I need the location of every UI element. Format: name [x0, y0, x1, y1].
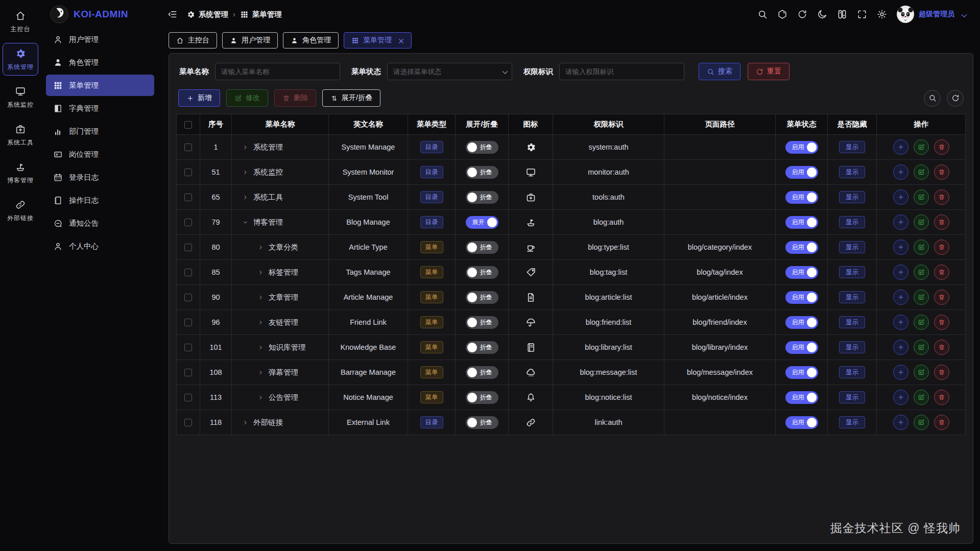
tab-roles[interactable]: 角色管理: [283, 32, 339, 49]
add-child-button[interactable]: [893, 164, 909, 180]
add-child-button[interactable]: [893, 315, 909, 330]
tree-toggle[interactable]: [257, 269, 264, 276]
status-toggle[interactable]: 启用: [785, 416, 818, 429]
row-checkbox[interactable]: [184, 219, 192, 226]
sidebar-item-op-log[interactable]: 操作日志: [46, 189, 154, 211]
tree-toggle[interactable]: [257, 344, 264, 351]
fold-toggle[interactable]: 折叠: [466, 391, 498, 404]
permission-input[interactable]: [559, 63, 684, 80]
tree-toggle[interactable]: [242, 219, 249, 226]
fold-toggle[interactable]: 折叠: [466, 166, 498, 179]
status-toggle[interactable]: 启用: [785, 241, 818, 254]
rail-item-blog[interactable]: 博客管理: [3, 156, 38, 189]
add-child-button[interactable]: [893, 239, 909, 255]
hexagon-edit-button[interactable]: [777, 9, 787, 19]
status-toggle[interactable]: 启用: [785, 316, 818, 329]
status-toggle[interactable]: 启用: [785, 141, 818, 154]
add-child-button[interactable]: [893, 365, 909, 380]
fold-toggle[interactable]: 折叠: [466, 291, 498, 304]
delete-row-button[interactable]: [934, 415, 949, 430]
tree-toggle[interactable]: [242, 144, 249, 151]
status-toggle[interactable]: 启用: [785, 291, 818, 304]
status-toggle[interactable]: 启用: [785, 341, 818, 354]
add-child-button[interactable]: [893, 390, 909, 405]
delete-row-button[interactable]: [934, 189, 949, 205]
status-toggle[interactable]: 启用: [785, 391, 818, 404]
sidebar-item-dict[interactable]: 字典管理: [46, 98, 154, 119]
sidebar-item-users[interactable]: 用户管理: [46, 29, 154, 50]
breadcrumb-item[interactable]: 菜单管理: [240, 10, 282, 19]
sidebar-item-dept[interactable]: 部门管理: [46, 121, 154, 142]
settings-button[interactable]: [877, 9, 887, 19]
tab-dashboard[interactable]: 主控台: [169, 32, 217, 49]
row-checkbox[interactable]: [184, 369, 192, 376]
sidebar-item-roles[interactable]: 角色管理: [46, 52, 154, 73]
edit-row-button[interactable]: [914, 189, 929, 205]
edit-row-button[interactable]: [914, 340, 929, 355]
rail-item-system[interactable]: 系统管理: [3, 43, 38, 76]
edit-row-button[interactable]: [914, 365, 929, 380]
delete-row-button[interactable]: [934, 265, 949, 280]
row-checkbox[interactable]: [184, 419, 192, 426]
tree-toggle[interactable]: [242, 419, 249, 426]
add-child-button[interactable]: [893, 340, 909, 355]
tree-toggle[interactable]: [257, 394, 264, 401]
tab-menus[interactable]: 菜单管理: [344, 32, 412, 49]
fold-toggle[interactable]: 折叠: [466, 141, 498, 154]
tab-close-icon[interactable]: [397, 37, 404, 44]
delete-row-button[interactable]: [934, 239, 949, 255]
expand-collapse-button[interactable]: 展开/折叠: [322, 89, 380, 107]
table-refresh-button[interactable]: [947, 90, 964, 107]
breadcrumb-item[interactable]: 系统管理: [186, 10, 228, 19]
status-toggle[interactable]: 启用: [785, 191, 818, 204]
add-child-button[interactable]: [893, 214, 909, 230]
delete-row-button[interactable]: [934, 164, 949, 180]
fold-toggle[interactable]: 折叠: [466, 241, 498, 254]
rail-item-monitor[interactable]: 系统监控: [3, 81, 38, 113]
reset-button[interactable]: 重置: [748, 63, 790, 80]
status-toggle[interactable]: 启用: [785, 166, 818, 179]
tree-toggle[interactable]: [257, 369, 264, 376]
search-button[interactable]: [757, 9, 768, 19]
tree-toggle[interactable]: [257, 244, 264, 251]
row-checkbox[interactable]: [184, 294, 192, 301]
edit-row-button[interactable]: [914, 415, 929, 430]
row-checkbox[interactable]: [184, 394, 192, 401]
status-toggle[interactable]: 启用: [785, 216, 818, 229]
edit-row-button[interactable]: [914, 139, 929, 155]
edit-row-button[interactable]: [914, 265, 929, 280]
fold-toggle[interactable]: 展开: [466, 216, 498, 229]
delete-row-button[interactable]: [934, 290, 949, 305]
menu-fold-icon[interactable]: [168, 9, 178, 20]
theme-switch-button[interactable]: [837, 9, 847, 19]
fold-toggle[interactable]: 折叠: [466, 316, 498, 329]
delete-row-button[interactable]: [934, 214, 949, 230]
row-checkbox[interactable]: [184, 319, 192, 326]
row-checkbox[interactable]: [184, 194, 192, 201]
user-menu[interactable]: 超级管理员: [897, 6, 967, 23]
row-checkbox[interactable]: [184, 169, 192, 176]
sidebar-item-login-log[interactable]: 登录日志: [46, 166, 154, 188]
row-checkbox[interactable]: [184, 143, 192, 151]
edit-row-button[interactable]: [914, 290, 929, 305]
delete-row-button[interactable]: [934, 365, 949, 380]
edit-row-button[interactable]: [914, 390, 929, 405]
sidebar-item-profile[interactable]: 个人中心: [46, 235, 154, 257]
sidebar-item-menus[interactable]: 菜单管理: [46, 75, 154, 96]
rail-item-external[interactable]: 外部链接: [3, 194, 38, 227]
delete-row-button[interactable]: [934, 390, 949, 405]
sidebar-item-notice[interactable]: 通知公告: [46, 212, 154, 234]
add-child-button[interactable]: [893, 415, 909, 430]
status-toggle[interactable]: 启用: [785, 266, 818, 279]
tree-toggle[interactable]: [242, 194, 249, 201]
add-child-button[interactable]: [893, 139, 909, 155]
add-child-button[interactable]: [893, 265, 909, 280]
dark-mode-button[interactable]: [817, 9, 827, 19]
edit-row-button[interactable]: [914, 239, 929, 255]
tree-toggle[interactable]: [257, 294, 264, 301]
tree-toggle[interactable]: [257, 319, 264, 326]
delete-row-button[interactable]: [934, 139, 949, 155]
rail-item-dashboard[interactable]: 主控台: [3, 5, 38, 38]
fullscreen-button[interactable]: [857, 9, 867, 19]
search-button[interactable]: 搜索: [699, 63, 740, 80]
